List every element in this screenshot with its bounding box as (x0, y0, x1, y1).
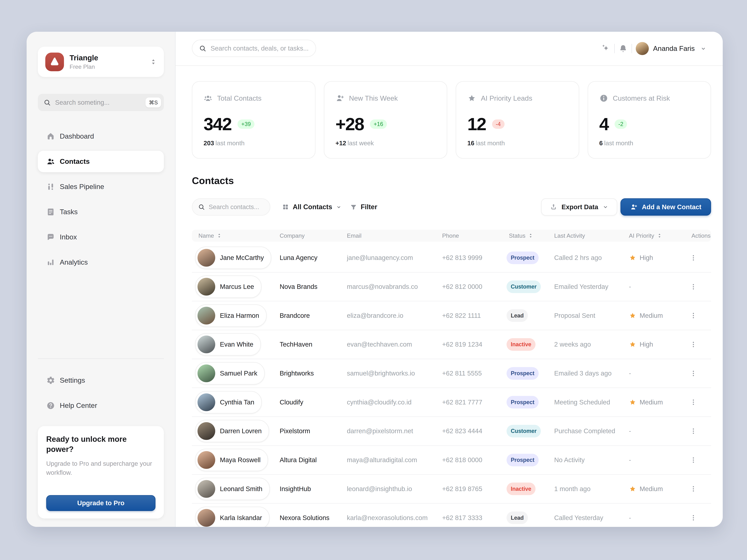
notifications-bell-icon[interactable] (618, 44, 628, 53)
upgrade-title: Ready to unlock more power? (46, 434, 155, 454)
row-actions-button[interactable] (688, 368, 699, 379)
contact-name-pill[interactable]: Darren Lovren (195, 420, 269, 442)
sidebar-item-help-center[interactable]: Help Center (38, 395, 164, 416)
row-actions-button[interactable] (688, 252, 699, 263)
last-activity-cell: No Activity (554, 456, 629, 464)
stat-card-value: 4 (599, 114, 609, 134)
global-search-input[interactable]: Search contacts, deals, or tasks... (192, 40, 316, 57)
sidebar-item-contacts[interactable]: Contacts (38, 151, 164, 172)
contact-name-pill[interactable]: Samuel Park (195, 362, 265, 384)
column-header-status[interactable]: Status (507, 232, 554, 239)
row-actions-button[interactable] (688, 454, 699, 465)
sidebar-item-label: Help Center (60, 401, 97, 409)
ai-sparkle-icon[interactable] (601, 44, 611, 53)
sidebar-item-analytics[interactable]: Analytics (38, 251, 164, 273)
star-icon (467, 94, 476, 103)
sidebar-item-tasks[interactable]: Tasks (38, 201, 164, 222)
last-activity-cell: Called 2 hrs ago (554, 254, 629, 262)
chevron-down-icon (336, 204, 342, 210)
contact-name: Leonard Smith (220, 485, 262, 492)
column-header-actions: Actions (688, 232, 711, 239)
sidebar-item-settings[interactable]: Settings (38, 370, 164, 391)
phone-cell: +62 819 8765 (442, 485, 507, 492)
table-row: Leonard Smith InsightHub leonard@insight… (192, 475, 711, 504)
sidebar-item-sales-pipeline[interactable]: Sales Pipeline (38, 176, 164, 197)
contact-name-pill[interactable]: Eliza Harmon (195, 304, 266, 327)
row-actions-button[interactable] (688, 310, 699, 321)
avatar (198, 480, 215, 498)
last-activity-cell: 1 month ago (554, 485, 629, 492)
table-row: Marcus Lee Nova Brands marcus@novabrands… (192, 272, 711, 301)
email-cell: evan@techhaven.com (347, 341, 442, 348)
contact-name-pill[interactable]: Leonard Smith (195, 478, 270, 500)
row-actions-button[interactable] (688, 281, 699, 292)
contact-name: Evan White (220, 341, 253, 348)
priority-empty: - (629, 283, 631, 290)
user-menu-chevron-icon[interactable] (700, 46, 706, 52)
stat-card-note-label: last week (347, 139, 374, 147)
last-activity-cell: Emailed Yesterday (554, 283, 629, 290)
app-window: Triangle Free Plan Search someting... ⌘S… (27, 32, 723, 527)
home-icon (46, 132, 55, 141)
pipeline-icon (46, 182, 55, 191)
user-avatar[interactable] (636, 42, 649, 55)
sidebar-item-inbox[interactable]: Inbox (38, 226, 164, 248)
contact-name-pill[interactable]: Karla Iskandar (195, 507, 269, 527)
search-icon (44, 99, 51, 106)
sidebar-footer-nav: Settings Help Center (38, 370, 164, 416)
sidebar-item-label: Settings (60, 376, 85, 384)
workspace-switcher[interactable]: Triangle Free Plan (38, 47, 164, 77)
priority-label: Medium (640, 399, 663, 406)
view-selector[interactable]: All Contacts (282, 203, 342, 211)
column-header-name[interactable]: Name (199, 232, 280, 239)
sort-icon[interactable] (656, 233, 663, 239)
table-row: Karla Iskandar Nexora Solutions karla@ne… (192, 504, 711, 527)
grid-icon (282, 204, 289, 211)
email-cell: darren@pixelstorm.net (347, 427, 442, 435)
workspace-info: Triangle Free Plan (70, 54, 149, 70)
export-data-button[interactable]: Export Data (541, 198, 617, 216)
contact-name-pill[interactable]: Evan White (195, 333, 261, 355)
row-actions-button[interactable] (688, 483, 699, 495)
row-actions-button[interactable] (688, 339, 699, 350)
avatar (198, 278, 215, 296)
sort-icon[interactable] (528, 233, 534, 239)
ai-priority-cell: High (629, 254, 688, 262)
priority-label: Medium (640, 485, 663, 492)
row-actions-button[interactable] (688, 397, 699, 408)
stat-card-label: New This Week (349, 94, 398, 102)
sidebar-search-input[interactable]: Search someting... ⌘S (38, 94, 164, 111)
company-cell: Nexora Solutions (280, 514, 347, 522)
contacts-search-input[interactable]: Search contacts... (192, 198, 270, 216)
sort-icon[interactable] (216, 233, 222, 239)
contact-name: Maya Roswell (220, 456, 260, 464)
priority-label: High (640, 254, 653, 262)
table-header: Name Company Email Phone Status Last Act… (192, 230, 711, 242)
upgrade-button[interactable]: Upgrade to Pro (46, 495, 155, 511)
company-cell: Brightworks (280, 370, 347, 377)
sidebar-divider (38, 358, 164, 359)
stat-card-new-this-week: New This Week +28 +16 +12last week (324, 81, 447, 159)
column-header-ai-priority[interactable]: AI Priority (629, 232, 688, 239)
stat-card-note-label: last month (604, 139, 633, 147)
email-cell: cynthia@cloudify.co.id (347, 399, 442, 406)
contact-name-pill[interactable]: Marcus Lee (195, 275, 261, 298)
person-plus-icon (336, 94, 344, 103)
contact-name-pill[interactable]: Jane McCarthy (195, 246, 271, 269)
sidebar-search-shortcut: ⌘S (146, 98, 161, 107)
status-badge: Lead (507, 309, 528, 322)
column-header-email: Email (347, 232, 442, 239)
table-row: Darren Lovren Pixelstorm darren@pixelsto… (192, 417, 711, 446)
add-new-contact-button[interactable]: Add a New Contact (620, 198, 711, 216)
row-actions-button[interactable] (688, 425, 699, 437)
sidebar-item-dashboard[interactable]: Dashboard (38, 126, 164, 147)
contact-name-pill[interactable]: Cynthia Tan (195, 391, 262, 414)
row-actions-button[interactable] (688, 512, 699, 524)
stat-card-label: AI Priority Leads (481, 94, 532, 102)
stat-card-note: 16last month (467, 139, 505, 147)
contact-name-pill[interactable]: Maya Roswell (195, 449, 268, 471)
filter-button[interactable]: Filter (350, 203, 377, 211)
last-activity-cell: Purchase Completed (554, 427, 629, 435)
search-icon (198, 204, 205, 211)
company-cell: Luna Agency (280, 254, 347, 262)
